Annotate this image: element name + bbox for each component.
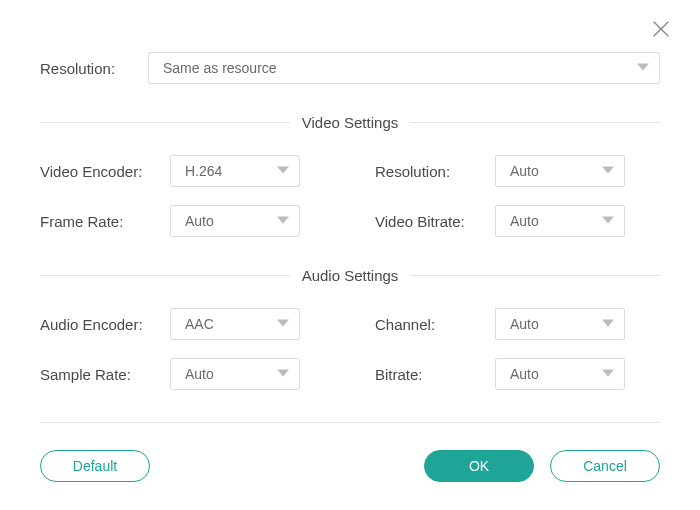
divider: [40, 422, 660, 423]
video-bitrate-label: Video Bitrate:: [375, 213, 495, 230]
dialog-footer: Default OK Cancel: [40, 450, 660, 482]
video-encoder-dropdown[interactable]: H.264: [170, 155, 300, 187]
chevron-down-icon: [602, 213, 614, 229]
chevron-down-icon: [277, 366, 289, 382]
sample-rate-value: Auto: [185, 366, 214, 382]
video-encoder-label: Video Encoder:: [40, 163, 170, 180]
channel-value: Auto: [510, 316, 539, 332]
chevron-down-icon: [277, 163, 289, 179]
audio-settings-title: Audio Settings: [302, 267, 399, 284]
resolution-label: Resolution:: [40, 60, 148, 77]
default-button[interactable]: Default: [40, 450, 150, 482]
video-resolution-label: Resolution:: [375, 163, 495, 180]
chevron-down-icon: [602, 163, 614, 179]
cancel-button[interactable]: Cancel: [550, 450, 660, 482]
divider: [40, 275, 290, 276]
frame-rate-value: Auto: [185, 213, 214, 229]
audio-settings-header: Audio Settings: [40, 267, 660, 284]
channel-label: Channel:: [375, 316, 495, 333]
audio-encoder-dropdown[interactable]: AAC: [170, 308, 300, 340]
chevron-down-icon: [637, 60, 649, 76]
video-settings-title: Video Settings: [302, 114, 398, 131]
settings-dialog: Resolution: Same as resource Video Setti…: [0, 0, 700, 423]
audio-bitrate-label: Bitrate:: [375, 366, 495, 383]
audio-encoder-label: Audio Encoder:: [40, 316, 170, 333]
resolution-value: Same as resource: [163, 60, 277, 76]
frame-rate-label: Frame Rate:: [40, 213, 170, 230]
chevron-down-icon: [602, 366, 614, 382]
close-button[interactable]: [650, 18, 672, 44]
video-settings-header: Video Settings: [40, 114, 660, 131]
divider: [410, 122, 660, 123]
sample-rate-dropdown[interactable]: Auto: [170, 358, 300, 390]
divider: [410, 275, 660, 276]
ok-button[interactable]: OK: [424, 450, 534, 482]
divider: [40, 122, 290, 123]
audio-bitrate-value: Auto: [510, 366, 539, 382]
channel-dropdown[interactable]: Auto: [495, 308, 625, 340]
close-icon: [650, 26, 672, 43]
chevron-down-icon: [277, 316, 289, 332]
video-encoder-value: H.264: [185, 163, 222, 179]
video-bitrate-dropdown[interactable]: Auto: [495, 205, 625, 237]
video-bitrate-value: Auto: [510, 213, 539, 229]
video-resolution-value: Auto: [510, 163, 539, 179]
audio-bitrate-dropdown[interactable]: Auto: [495, 358, 625, 390]
chevron-down-icon: [277, 213, 289, 229]
frame-rate-dropdown[interactable]: Auto: [170, 205, 300, 237]
video-resolution-dropdown[interactable]: Auto: [495, 155, 625, 187]
chevron-down-icon: [602, 316, 614, 332]
sample-rate-label: Sample Rate:: [40, 366, 170, 383]
resolution-dropdown[interactable]: Same as resource: [148, 52, 660, 84]
audio-encoder-value: AAC: [185, 316, 214, 332]
